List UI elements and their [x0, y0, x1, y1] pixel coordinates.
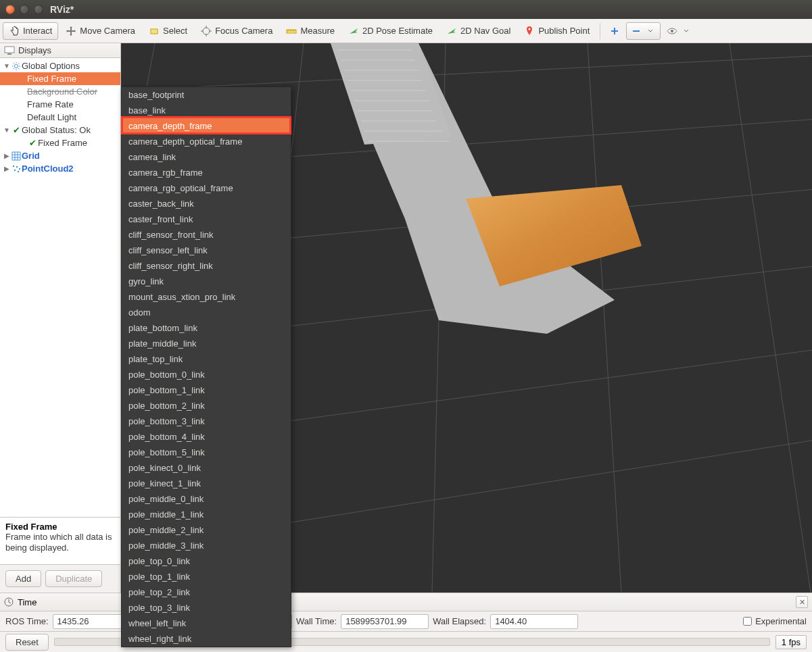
svg-rect-0 — [151, 29, 158, 34]
chevron-down-icon — [645, 26, 656, 36]
tree-item-grid[interactable]: ▶ Grid — [0, 149, 120, 162]
nav-goal-button[interactable]: 2D Nav Goal — [440, 22, 517, 40]
frame-option[interactable]: pole_middle_3_link — [122, 538, 291, 553]
svg-point-1 — [203, 28, 210, 34]
svg-point-10 — [19, 168, 20, 169]
publish-point-label: Publish Point — [538, 26, 590, 36]
frame-option[interactable]: cliff_sensor_front_link — [122, 227, 291, 243]
frame-option[interactable]: pole_top_0_link — [122, 553, 291, 569]
frame-option[interactable]: camera_depth_optical_frame — [122, 134, 291, 149]
frame-option[interactable]: camera_depth_frame — [122, 118, 291, 134]
frame-option[interactable]: base_footprint — [122, 87, 291, 103]
displays-tree[interactable]: ▼ Global Options Fixed Frame Background … — [0, 58, 120, 517]
experimental-checkbox[interactable] — [743, 617, 752, 626]
tree-item-background-color[interactable]: Background Color — [0, 85, 120, 98]
frame-option[interactable]: pole_middle_1_link — [122, 507, 291, 522]
move-icon — [66, 26, 76, 36]
monitor-icon — [4, 46, 15, 55]
crosshair-icon — [201, 26, 212, 36]
pointcloud-icon — [11, 164, 22, 174]
frame-option[interactable]: pole_kinect_0_link — [122, 460, 291, 476]
tree-label: PointCloud2 — [22, 164, 74, 174]
plus-blue-icon — [609, 26, 620, 36]
wall-time-input[interactable] — [341, 614, 429, 629]
displays-header[interactable]: Displays — [0, 43, 120, 58]
tree-item-frame-rate[interactable]: Frame Rate — [0, 98, 120, 111]
frame-option[interactable]: odom — [122, 305, 291, 320]
frame-option[interactable]: plate_bottom_link — [122, 320, 291, 336]
reset-button[interactable]: Reset — [5, 634, 49, 651]
measure-button[interactable]: Measure — [280, 22, 341, 40]
focus-camera-button[interactable]: Focus Camera — [195, 22, 279, 40]
frame-option[interactable]: pole_kinect_1_link — [122, 476, 291, 491]
tree-label: Frame Rate — [27, 99, 74, 109]
chevron-down-icon: ▼ — [3, 62, 11, 70]
frame-option[interactable]: pole_top_3_link — [122, 600, 291, 616]
frame-option[interactable]: gyro_link — [122, 274, 291, 289]
tree-label: Global Status: Ok — [22, 125, 91, 135]
tree-label: Default Light — [27, 112, 76, 122]
close-window-button[interactable] — [5, 5, 15, 14]
frame-option[interactable]: pole_bottom_5_link — [122, 445, 291, 460]
frame-option[interactable]: pole_bottom_4_link — [122, 429, 291, 445]
minimize-window-button[interactable] — [20, 5, 29, 14]
frame-option[interactable]: plate_middle_link — [122, 336, 291, 351]
frame-option[interactable]: wheel_right_link — [122, 631, 291, 647]
frame-option[interactable]: base_link — [122, 103, 291, 118]
frame-option[interactable]: camera_link — [122, 149, 291, 165]
frame-option[interactable]: pole_bottom_0_link — [122, 367, 291, 382]
frame-option[interactable]: cliff_sensor_left_link — [122, 243, 291, 258]
remove-tool-button[interactable] — [626, 22, 661, 40]
svg-rect-5 — [5, 47, 14, 53]
displays-button-row: Add Duplicate — [0, 564, 120, 593]
duplicate-button[interactable]: Duplicate — [45, 570, 102, 587]
frame-option[interactable]: pole_top_1_link — [122, 569, 291, 584]
select-label: Select — [163, 26, 187, 36]
grid-icon — [11, 151, 22, 161]
interact-label: Interact — [23, 26, 52, 36]
frame-option[interactable]: camera_rgb_frame — [122, 165, 291, 180]
frame-option[interactable]: pole_top_2_link — [122, 584, 291, 600]
arrow-green-icon — [348, 26, 359, 36]
tree-item-fixed-frame-status[interactable]: ✔ Fixed Frame — [0, 136, 120, 149]
add-button[interactable]: Add — [5, 570, 41, 587]
select-icon — [149, 26, 160, 36]
frame-option[interactable]: pole_bottom_3_link — [122, 413, 291, 429]
description-title: Fixed Frame — [5, 522, 115, 532]
main-toolbar: Interact Move Camera Select Focus Camera… — [0, 19, 812, 43]
frame-option[interactable]: plate_top_link — [122, 351, 291, 367]
publish-point-button[interactable]: Publish Point — [518, 22, 596, 40]
tree-item-pointcloud2[interactable]: ▶ PointCloud2 — [0, 162, 120, 175]
tree-item-default-light[interactable]: Default Light — [0, 111, 120, 124]
add-tool-button[interactable] — [604, 22, 625, 40]
frame-option[interactable]: caster_back_link — [122, 196, 291, 211]
frame-option[interactable]: pole_bottom_2_link — [122, 398, 291, 413]
pose-estimate-button[interactable]: 2D Pose Estimate — [342, 22, 439, 40]
frame-option[interactable]: wheel_left_link — [122, 616, 291, 631]
tree-item-global-options[interactable]: ▼ Global Options — [0, 59, 120, 72]
frame-option[interactable]: pole_bottom_1_link — [122, 382, 291, 398]
window-buttons — [5, 5, 43, 14]
close-time-panel-button[interactable]: ✕ — [796, 596, 808, 608]
maximize-window-button[interactable] — [34, 5, 43, 14]
interact-button[interactable]: Interact — [3, 22, 58, 40]
gear-icon — [11, 61, 22, 71]
displays-header-label: Displays — [18, 45, 51, 55]
tree-item-fixed-frame[interactable]: Fixed Frame — [0, 72, 120, 85]
pin-icon — [524, 26, 535, 36]
frame-option[interactable]: pole_middle_2_link — [122, 522, 291, 538]
frame-option[interactable]: camera_rgb_optical_frame — [122, 180, 291, 196]
frame-option[interactable]: mount_asus_xtion_pro_link — [122, 289, 291, 305]
hand-icon — [9, 26, 20, 36]
frame-option[interactable]: pole_middle_0_link — [122, 491, 291, 507]
fixed-frame-dropdown[interactable]: base_footprintbase_linkcamera_depth_fram… — [121, 86, 291, 647]
view-tool-button[interactable] — [662, 22, 696, 40]
move-camera-button[interactable]: Move Camera — [59, 22, 141, 40]
tree-item-global-status[interactable]: ▼ ✔ Global Status: Ok — [0, 124, 120, 136]
select-button[interactable]: Select — [143, 22, 193, 40]
frame-option[interactable]: caster_front_link — [122, 211, 291, 227]
frame-option[interactable]: cliff_sensor_right_link — [122, 258, 291, 274]
clock-icon — [4, 597, 14, 607]
wall-elapsed-input[interactable] — [490, 614, 578, 629]
arrow-green-icon — [446, 26, 457, 36]
